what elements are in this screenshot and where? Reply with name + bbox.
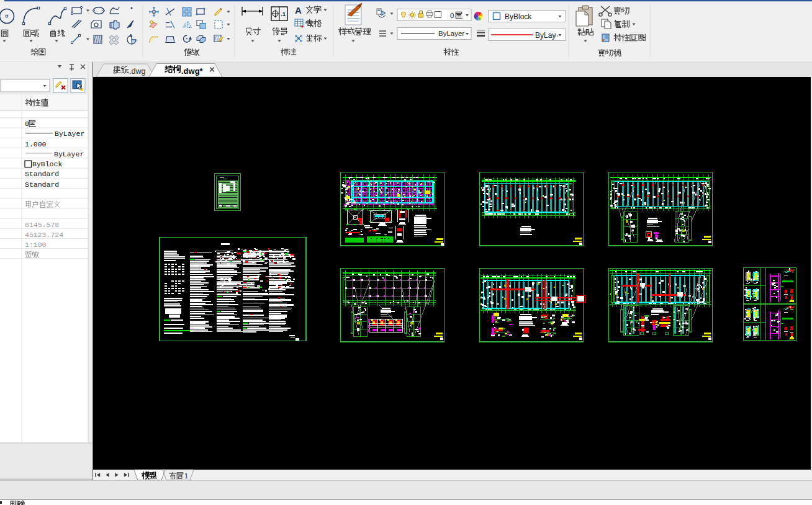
svg-text:ByLayer: ByLayer [438,30,464,37]
svg-text:ByLayer: ByLayer [55,130,84,138]
svg-text:45123.724: 45123.724 [25,231,63,239]
svg-text:1: 1 [184,472,188,480]
svg-text:0: 0 [450,12,454,19]
svg-text:.1: .1 [281,11,286,17]
svg-text:+: + [300,24,304,30]
svg-text:Standard: Standard [25,170,59,178]
svg-text:1.000: 1.000 [25,140,47,148]
svg-text:A: A [295,5,302,16]
svg-text:.dwg: .dwg [129,67,145,76]
svg-text:0: 0 [25,120,29,128]
svg-text:ByLayer: ByLayer [54,150,84,158]
svg-text:.dwg*: .dwg* [181,66,204,76]
svg-text:A: A [129,34,132,38]
svg-text:ByBlock: ByBlock [32,160,62,168]
svg-text:ByLay: ByLay [535,31,556,40]
svg-text:8145.578: 8145.578 [25,221,59,229]
svg-text:1:100: 1:100 [25,241,47,249]
svg-text:ByBlock: ByBlock [505,12,532,21]
svg-text:Standard: Standard [25,181,59,189]
